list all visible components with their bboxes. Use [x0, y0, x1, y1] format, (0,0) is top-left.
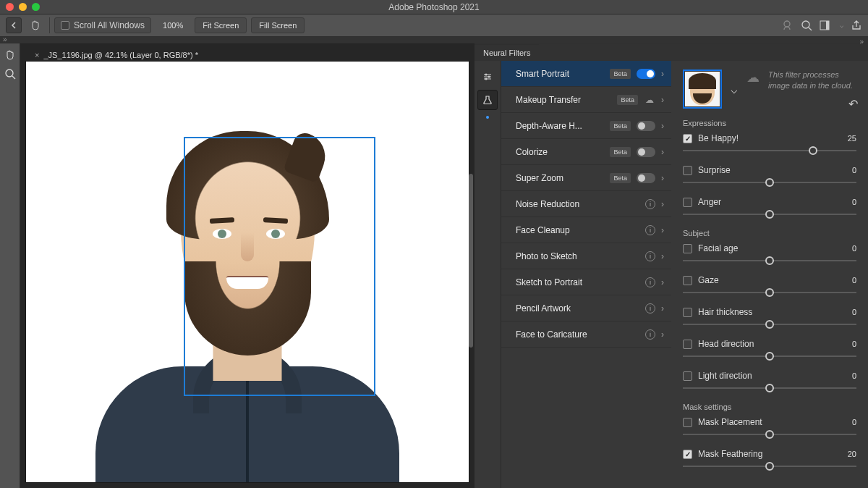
- featured-filters-icon[interactable]: [477, 67, 498, 87]
- zoom-tool-button[interactable]: [1, 65, 19, 83]
- param-checkbox[interactable]: [683, 308, 692, 317]
- info-icon[interactable]: i: [645, 329, 655, 340]
- info-icon[interactable]: i: [645, 277, 655, 287]
- param-value[interactable]: 0: [843, 276, 856, 285]
- expand-panels-strip[interactable]: [0, 37, 868, 43]
- param-value[interactable]: 0: [843, 371, 856, 380]
- filter-toggle[interactable]: [637, 147, 655, 157]
- filter-item[interactable]: Pencil Artwork i ›: [501, 295, 671, 321]
- beta-filters-icon[interactable]: [477, 90, 498, 110]
- scroll-all-windows-checkbox[interactable]: Scroll All Windows: [54, 17, 151, 33]
- fit-screen-button[interactable]: Fit Screen: [195, 17, 247, 33]
- filter-item[interactable]: Makeup Transfer Beta ☁ ›: [501, 87, 671, 113]
- beta-badge: Beta: [610, 147, 631, 157]
- vertical-scrollbar[interactable]: [469, 174, 473, 348]
- canvas[interactable]: [26, 62, 469, 482]
- cloud-docs-icon[interactable]: [780, 20, 793, 31]
- param-value[interactable]: 0: [843, 340, 856, 348]
- close-tab-icon[interactable]: ×: [35, 51, 39, 59]
- share-icon[interactable]: [851, 20, 862, 31]
- beta-badge: Beta: [610, 173, 631, 183]
- reset-icon[interactable]: ↶: [848, 97, 858, 111]
- workspace-dropdown-icon[interactable]: ⌵: [840, 22, 843, 29]
- chevron-right-icon[interactable]: ›: [661, 173, 664, 183]
- face-select-dropdown-icon[interactable]: ⌵: [728, 83, 741, 96]
- workspace-switcher-icon[interactable]: [820, 20, 833, 30]
- param-slider[interactable]: [683, 352, 856, 361]
- hand-tool-button[interactable]: [1, 46, 19, 64]
- filter-item[interactable]: Depth-Aware H... Beta ›: [501, 113, 671, 139]
- param-value[interactable]: 0: [843, 198, 856, 206]
- neural-filters-tab[interactable]: Neural Filters: [475, 44, 539, 61]
- beta-badge: Beta: [617, 95, 638, 105]
- param-checkbox[interactable]: [683, 244, 692, 253]
- home-back-button[interactable]: [6, 17, 22, 33]
- info-icon[interactable]: i: [645, 225, 655, 235]
- filter-name: Face Cleanup: [516, 225, 639, 235]
- expand-right-panels-icon[interactable]: »: [859, 38, 864, 46]
- param-value[interactable]: 0: [843, 418, 856, 426]
- info-icon[interactable]: i: [645, 251, 655, 261]
- param-value[interactable]: 20: [843, 450, 856, 458]
- info-icon[interactable]: i: [645, 199, 655, 209]
- search-icon[interactable]: [801, 20, 812, 31]
- param-value[interactable]: 0: [843, 308, 856, 316]
- param-slider[interactable]: [683, 384, 856, 392]
- filter-item[interactable]: Sketch to Portrait i ›: [501, 269, 671, 295]
- chevron-right-icon[interactable]: ›: [661, 147, 664, 157]
- chevron-right-icon[interactable]: ›: [661, 329, 664, 340]
- chevron-right-icon[interactable]: ›: [661, 251, 664, 261]
- scroll-all-checkbox-input[interactable]: [61, 21, 69, 30]
- param-checkbox[interactable]: [683, 340, 692, 349]
- param-slider[interactable]: [683, 430, 856, 439]
- window-zoom-button[interactable]: [32, 3, 40, 11]
- chevron-right-icon[interactable]: ›: [661, 303, 664, 314]
- param-slider[interactable]: [683, 288, 856, 297]
- document-tab[interactable]: × _JS_1196.jpg @ 42.1% (Layer 0, RGB/8*)…: [27, 49, 205, 62]
- filter-item[interactable]: Noise Reduction i ›: [501, 191, 671, 217]
- filter-item[interactable]: Smart Portrait Beta ›: [501, 61, 671, 87]
- filter-toggle[interactable]: [637, 173, 655, 183]
- param-checkbox[interactable]: [683, 276, 692, 285]
- chevron-right-icon[interactable]: ›: [661, 277, 664, 287]
- chevron-right-icon[interactable]: ›: [661, 225, 664, 235]
- svg-point-1: [802, 21, 809, 28]
- fill-screen-button[interactable]: Fill Screen: [251, 17, 305, 33]
- filter-item[interactable]: Face to Caricature i ›: [501, 321, 671, 348]
- param-label: Mask Feathering: [698, 449, 838, 459]
- window-close-button[interactable]: [6, 3, 14, 11]
- param-slider[interactable]: [683, 146, 856, 155]
- filter-toggle[interactable]: [637, 121, 655, 131]
- param-slider[interactable]: [683, 210, 856, 219]
- param-checkbox[interactable]: [683, 198, 692, 207]
- param-value[interactable]: 25: [843, 134, 856, 143]
- chevron-right-icon[interactable]: ›: [661, 95, 664, 105]
- param-checkbox[interactable]: [683, 450, 692, 459]
- info-icon[interactable]: i: [645, 303, 655, 314]
- param-value[interactable]: 0: [843, 244, 856, 253]
- chevron-right-icon[interactable]: ›: [661, 69, 664, 79]
- cloud-download-icon[interactable]: ☁: [644, 95, 655, 105]
- param-slider[interactable]: [683, 462, 856, 471]
- param-value[interactable]: 0: [843, 166, 856, 174]
- param-slider[interactable]: [683, 320, 856, 329]
- param-checkbox[interactable]: [683, 371, 692, 381]
- window-minimize-button[interactable]: [19, 3, 27, 11]
- param-checkbox[interactable]: [683, 134, 692, 143]
- zoom-level-display[interactable]: 100%: [156, 21, 190, 30]
- face-thumbnail[interactable]: [683, 70, 722, 109]
- filter-name: Noise Reduction: [516, 199, 639, 209]
- neural-filters-panel: Neural Filters Smart Portrait Beta ›Make…: [475, 43, 868, 488]
- param-slider[interactable]: [683, 178, 856, 187]
- param-slider[interactable]: [683, 256, 856, 265]
- param-checkbox[interactable]: [683, 418, 692, 427]
- filter-item[interactable]: Photo to Sketch i ›: [501, 243, 671, 269]
- param-checkbox[interactable]: [683, 166, 692, 175]
- filter-item[interactable]: Colorize Beta ›: [501, 139, 671, 165]
- hand-tool-icon[interactable]: [26, 17, 45, 33]
- filter-item[interactable]: Face Cleanup i ›: [501, 217, 671, 243]
- filter-item[interactable]: Super Zoom Beta ›: [501, 165, 671, 191]
- chevron-right-icon[interactable]: ›: [661, 199, 664, 209]
- filter-toggle[interactable]: [637, 69, 655, 79]
- chevron-right-icon[interactable]: ›: [661, 121, 664, 131]
